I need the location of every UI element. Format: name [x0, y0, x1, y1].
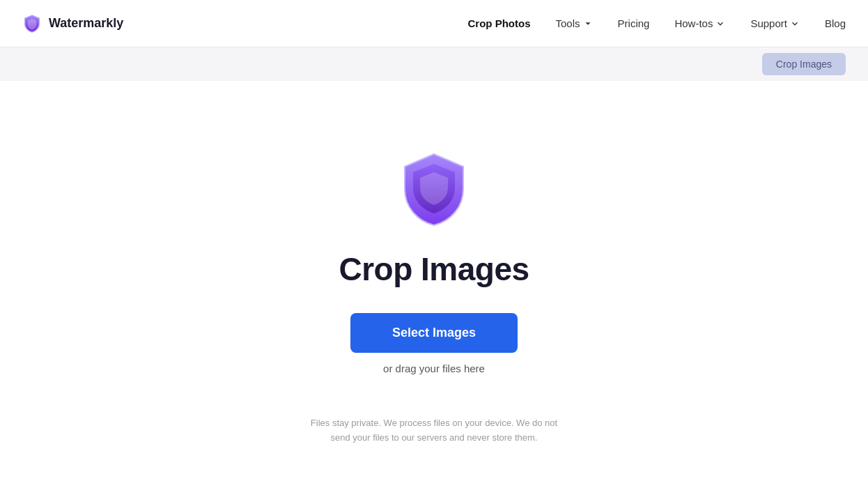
nav-item-howtos[interactable]: How-tos — [674, 17, 725, 29]
secondary-bar: Crop Images — [0, 47, 868, 81]
nav-links: Crop Photos Tools Pricing How-tos Suppor… — [468, 17, 846, 29]
chevron-down-icon — [583, 19, 593, 29]
select-images-button[interactable]: Select Images — [350, 313, 518, 353]
drag-files-text: or drag your files here — [383, 363, 485, 374]
shield-logo — [399, 151, 469, 231]
nav-item-pricing[interactable]: Pricing — [618, 17, 650, 29]
crop-images-secondary-button[interactable]: Crop Images — [762, 53, 846, 75]
nav-item-support[interactable]: Support — [750, 17, 800, 29]
navbar: Watermarkly Crop Photos Tools Pricing Ho… — [0, 0, 868, 47]
main-content: Crop Images Select Images or drag your f… — [0, 81, 868, 502]
chevron-down-icon — [790, 19, 800, 29]
nav-item-crop-photos[interactable]: Crop Photos — [468, 17, 531, 29]
brand-name: Watermarkly — [49, 16, 123, 31]
shield-icon-large — [399, 151, 469, 228]
privacy-note: Files stay private. We process files on … — [302, 416, 566, 446]
nav-item-tools[interactable]: Tools — [556, 17, 593, 29]
brand-logo-link[interactable]: Watermarkly — [22, 14, 123, 33]
brand-icon — [22, 14, 42, 33]
nav-item-blog[interactable]: Blog — [825, 17, 846, 29]
chevron-down-icon — [715, 19, 725, 29]
page-title: Crop Images — [339, 250, 529, 288]
